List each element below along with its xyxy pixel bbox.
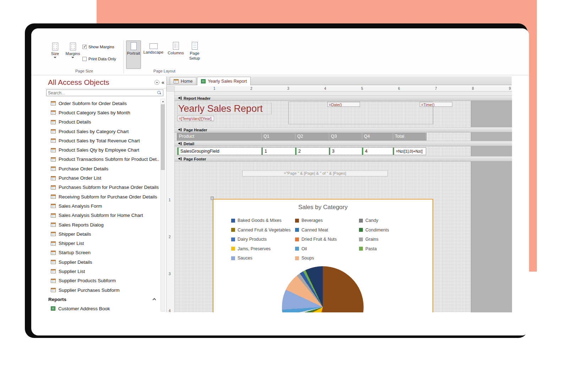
- nav-item-label: Product Sales by Category Chart: [59, 129, 129, 134]
- column-header-cell[interactable]: Q3: [329, 133, 362, 140]
- nav-item[interactable]: Order Subform for Order Details: [45, 99, 160, 108]
- print-data-only-checkbox[interactable]: Print Data Only: [82, 57, 116, 61]
- section-bar-report-header[interactable]: Report Header: [175, 95, 512, 101]
- nav-item[interactable]: Purchases Subform for Purchase Order Det…: [45, 183, 160, 192]
- ruler-number: 3: [169, 271, 171, 277]
- margins-label: Margins: [66, 51, 80, 56]
- report-title-control[interactable]: Yearly Sales Report: [177, 103, 272, 114]
- ruler-number: 1: [212, 87, 217, 91]
- nav-item[interactable]: Supplier List: [45, 267, 160, 276]
- rectangle-control[interactable]: [288, 102, 433, 124]
- checkbox-unchecked-icon: [82, 57, 87, 61]
- nav-item[interactable]: Receiving Subform for Purchase Order Det…: [45, 192, 160, 201]
- form-icon: [51, 148, 56, 152]
- section-label: Detail: [184, 142, 194, 146]
- column-header-cell[interactable]: Total: [393, 133, 426, 140]
- nav-item[interactable]: Product Details: [45, 118, 160, 127]
- scroll-up-arrow-icon[interactable]: [161, 99, 165, 104]
- nav-item-label: Shipper Details: [59, 231, 91, 237]
- tempvars-textbox[interactable]: =[TempVars]![Year]: [177, 116, 214, 121]
- detail-textbox[interactable]: 1: [262, 147, 295, 155]
- detail-textbox[interactable]: 3: [329, 147, 362, 155]
- nav-pane-header: All Access Objects «: [45, 76, 166, 88]
- portrait-button[interactable]: Portrait: [126, 40, 141, 69]
- form-icon: [51, 204, 56, 208]
- show-margins-checkbox[interactable]: Show Margins: [82, 45, 114, 49]
- column-header-cell[interactable]: Q2: [295, 133, 329, 140]
- pie-chart: [282, 266, 364, 312]
- nav-item[interactable]: Product Sales by Category Chart: [45, 127, 160, 136]
- legend-label: Dairy Products: [238, 237, 267, 242]
- section-bar-page-header[interactable]: Page Header: [175, 127, 512, 132]
- column-header-cell[interactable]: Q1: [262, 133, 295, 140]
- columns-button[interactable]: Columns: [166, 40, 185, 69]
- nav-item[interactable]: Product Category Sales by Month: [45, 108, 160, 117]
- nav-item-label: Purchase Order List: [59, 175, 101, 181]
- portrait-label: Portrait: [127, 51, 140, 55]
- document-area: HomeYearly Sales Report 123456789 1234 R…: [166, 76, 512, 312]
- nav-item[interactable]: Supplier Details: [45, 257, 160, 267]
- nav-item[interactable]: Sales Analysis Form: [45, 201, 160, 211]
- section-bar-detail[interactable]: Detail: [175, 141, 512, 146]
- detail-textbox[interactable]: 2: [295, 147, 329, 155]
- landscape-button[interactable]: Landscape: [142, 40, 165, 69]
- nav-item[interactable]: Supplier Purchases Subform: [45, 285, 160, 295]
- column-header-cell[interactable]: Product: [177, 133, 262, 140]
- section-bar-page-footer[interactable]: Page Footer: [175, 156, 512, 162]
- tab-home[interactable]: Home: [170, 77, 196, 85]
- form-icon: [51, 185, 56, 190]
- nav-item[interactable]: Supplier Products Subform: [45, 276, 160, 285]
- selection-handle[interactable]: [211, 197, 214, 200]
- nav-item[interactable]: Product Transactions Subform for Product…: [45, 155, 160, 164]
- section-label: Page Footer: [184, 157, 206, 161]
- nav-item[interactable]: Product Sales Qty by Employee Chart: [45, 145, 160, 154]
- chart-control[interactable]: Sales by Category Baked Goods & MixesBev…: [213, 199, 433, 312]
- nav-section-reports[interactable]: Reports: [45, 295, 160, 304]
- legend-swatch: [359, 237, 363, 241]
- legend-swatch: [231, 219, 235, 223]
- search-icon[interactable]: [157, 91, 162, 95]
- nav-pane-menu-icon[interactable]: [154, 80, 159, 85]
- page-number-textbox[interactable]: ="Page " & [Page] & " of " & [Pages]: [242, 170, 388, 176]
- form-icon: [51, 213, 56, 218]
- nav-scrollbar[interactable]: [160, 99, 165, 312]
- legend-swatch: [359, 247, 363, 251]
- section-label: Report Header: [184, 96, 211, 100]
- detail-textbox[interactable]: SalesGroupingField: [177, 147, 262, 155]
- legend-label: Oil: [301, 246, 307, 251]
- date-textbox[interactable]: =Date(): [327, 102, 360, 107]
- column-header-cell[interactable]: Q4: [362, 133, 393, 140]
- nav-item[interactable]: Sales Analysis Subform for Home Chart: [45, 211, 160, 220]
- form-icon: [51, 176, 56, 180]
- legend-label: Condiments: [365, 228, 389, 233]
- nav-item[interactable]: [45, 313, 160, 315]
- ruler-number: 4: [323, 87, 327, 91]
- nav-item[interactable]: Shipper List: [45, 239, 160, 248]
- nav-item[interactable]: Purchase Order Details: [45, 164, 160, 173]
- scrollbar-thumb[interactable]: [161, 104, 165, 170]
- ruler-number: 1: [169, 197, 171, 203]
- legend-item: Dairy Products: [231, 235, 295, 244]
- legend-label: Dried Fruit & Nuts: [301, 237, 337, 242]
- nav-item-label: Product Sales Qty by Employee Chart: [59, 147, 139, 153]
- nav-item[interactable]: Startup Screen: [45, 248, 160, 257]
- form-icon: [51, 288, 56, 292]
- nav-item[interactable]: Sales Reports Dialog: [45, 220, 160, 229]
- form-icon: [51, 101, 56, 105]
- size-button[interactable]: Size: [48, 41, 62, 69]
- nav-item[interactable]: Purchase Order List: [45, 173, 160, 182]
- nav-item[interactable]: Shipper Details: [45, 229, 160, 239]
- detail-textbox[interactable]: 4: [362, 147, 393, 155]
- page-setup-label: Page Setup: [186, 51, 203, 61]
- tab-yearly-sales-report[interactable]: Yearly Sales Report: [197, 77, 251, 85]
- shutter-bar-close-icon[interactable]: «: [162, 79, 164, 85]
- nav-item[interactable]: Product Sales by Total Revenue Chart: [45, 136, 160, 145]
- legend-item: Condiments: [359, 225, 423, 235]
- search-input[interactable]: [47, 91, 157, 95]
- time-textbox[interactable]: =Time(): [420, 102, 452, 107]
- legend-item: Baked Goods & Mixes: [231, 216, 295, 225]
- page-setup-button[interactable]: Page Setup: [186, 40, 203, 69]
- margins-button[interactable]: Margins: [64, 41, 82, 69]
- nav-item[interactable]: Customer Address Book: [45, 304, 160, 313]
- detail-textbox[interactable]: =Nz([1],0)+Nz([: [393, 147, 426, 155]
